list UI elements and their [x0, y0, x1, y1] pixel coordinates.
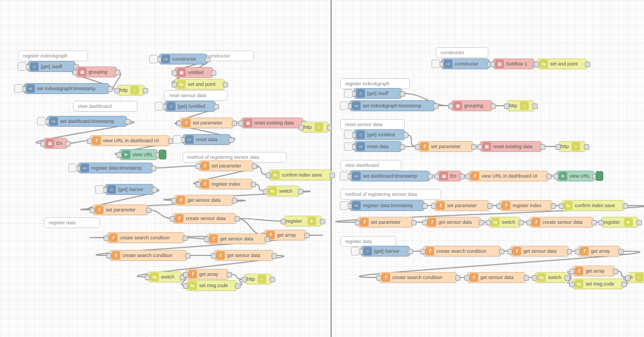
flow-node-r_set_param3[interactable]: set parameter: [357, 217, 413, 228]
input-port[interactable]: [464, 275, 470, 281]
flow-node-r_csc1[interactable]: create search condition: [423, 246, 501, 257]
output-port[interactable]: [524, 275, 529, 281]
input-port[interactable]: [177, 121, 182, 126]
output-port[interactable]: [214, 104, 219, 109]
output-port[interactable]: [487, 203, 493, 209]
output-port[interactable]: [152, 187, 157, 193]
output-port[interactable]: [143, 88, 148, 93]
input-port[interactable]: [465, 174, 471, 179]
output-port[interactable]: [251, 182, 256, 187]
flow-node-r_switch1[interactable]: switch: [488, 217, 521, 228]
output-port[interactable]: [565, 275, 570, 281]
input-port[interactable]: [434, 174, 440, 179]
flow-node-r_get_array1[interactable]: get array: [577, 246, 620, 257]
flow-node-l_http1[interactable]: http: [117, 85, 145, 96]
inject-trigger[interactable]: [95, 185, 104, 194]
input-port[interactable]: [90, 208, 95, 213]
inject-trigger[interactable]: [68, 164, 77, 172]
flow-node-l_csc1[interactable]: create search condition: [106, 232, 185, 243]
input-port[interactable]: [183, 283, 188, 289]
flow-node-r_set_index[interactable]: set index&graph:timestamp: [349, 100, 435, 111]
flow-node-l_http3[interactable]: http: [244, 274, 272, 284]
input-port[interactable]: [172, 82, 177, 87]
output-port[interactable]: [298, 189, 303, 194]
flow-node-l_get_sensor2[interactable]: get sensor data: [207, 233, 267, 244]
input-port[interactable]: [555, 144, 561, 150]
inject-trigger[interactable]: [155, 102, 163, 111]
output-port[interactable]: [235, 283, 240, 289]
flow-node-r_constructor[interactable]: constructor: [441, 58, 489, 69]
input-port[interactable]: [625, 275, 631, 281]
flow-node-r_set_param2[interactable]: set parameter: [434, 200, 489, 211]
inject-trigger[interactable]: [14, 84, 23, 93]
flow-node-l_get_array2[interactable]: get array: [186, 269, 229, 280]
input-port[interactable]: [448, 104, 453, 109]
input-port[interactable]: [211, 253, 216, 259]
comment-node[interactable]: register data: [340, 236, 396, 247]
input-port[interactable]: [72, 70, 78, 75]
flow-node-l_view_url_ui[interactable]: view URL in dashboard UI: [90, 135, 170, 146]
output-port[interactable]: [479, 220, 484, 225]
input-port[interactable]: [376, 275, 382, 281]
input-port[interactable]: [266, 173, 271, 178]
flow-node-l_set_param1[interactable]: set parameter: [179, 118, 234, 128]
output-port[interactable]: [270, 277, 275, 282]
flow-node-r_get_array2[interactable]: get array: [572, 266, 615, 276]
flow-node-r_reset_exist[interactable]: reset existing data: [480, 141, 542, 152]
output-port[interactable]: [182, 236, 188, 241]
input-port[interactable]: [420, 249, 426, 254]
output-port[interactable]: [499, 249, 504, 254]
output-port[interactable]: [252, 164, 257, 169]
flow-node-l_grouping[interactable]: grouping: [75, 67, 117, 77]
output-port[interactable]: [107, 86, 113, 92]
output-port[interactable]: [422, 203, 428, 209]
flow-node-r_view_url_ui[interactable]: view URL in dashboard UI: [468, 171, 548, 181]
input-port[interactable]: [507, 249, 513, 254]
flow-node-l_register_y[interactable]: register: [283, 216, 322, 226]
flow-node-l_switch1[interactable]: switch: [266, 186, 300, 196]
output-port[interactable]: [320, 219, 325, 224]
input-port[interactable]: [263, 189, 268, 194]
flow-node-r_register_y[interactable]: register: [601, 217, 639, 228]
inject-trigger[interactable]: [344, 89, 353, 98]
output-port[interactable]: [546, 174, 552, 179]
output-port[interactable]: [428, 174, 433, 179]
comment-node[interactable]: reset sensor data: [164, 90, 228, 101]
output-port[interactable]: [403, 133, 408, 138]
flow-node-r_view_url[interactable]: view URL: [556, 171, 595, 181]
output-port[interactable]: [411, 220, 416, 225]
comment-node[interactable]: register index&graph: [18, 50, 88, 61]
flow-node-l_get_server[interactable]: [get] /server: [105, 184, 154, 195]
input-port[interactable]: [298, 125, 304, 130]
output-port[interactable]: [623, 203, 628, 209]
inject-trigger[interactable]: [344, 130, 353, 139]
flow-node-l_set_param3[interactable]: set parameter: [92, 204, 148, 215]
output-port[interactable]: [168, 138, 173, 144]
flow-node-l_reg_index[interactable]: register index: [198, 179, 253, 189]
input-port[interactable]: [477, 144, 482, 150]
output-port[interactable]: [585, 62, 590, 67]
flow-node-r_get_server[interactable]: [get] /server: [361, 246, 410, 257]
flow-node-r_switch2[interactable]: switch: [535, 272, 567, 283]
flow-node-r_get_sensor1[interactable]: get sensor data: [425, 217, 481, 228]
output-port[interactable]: [330, 173, 335, 178]
flow-node-r_get_untitled[interactable]: [get] /untitled: [354, 129, 405, 140]
input-port[interactable]: [195, 182, 201, 187]
input-port[interactable]: [526, 220, 532, 225]
input-port[interactable]: [422, 220, 428, 225]
flow-node-l_view_url[interactable]: view URL: [119, 149, 158, 160]
inject-trigger[interactable]: [18, 62, 26, 71]
input-port[interactable]: [534, 62, 539, 67]
flow-node-r_reset_data[interactable]: reset data: [354, 141, 402, 152]
flow-node-l_get_sensor3[interactable]: get sensor data: [214, 250, 274, 261]
flow-node-l_get_untitled[interactable]: [get] /untitled: [164, 101, 216, 112]
inject-trigger[interactable]: [340, 101, 348, 110]
output-port[interactable]: [400, 144, 405, 150]
flow-node-l_constructor[interactable]: constructor: [159, 54, 207, 64]
output-port[interactable]: [146, 208, 151, 213]
input-port[interactable]: [559, 203, 564, 209]
output-port[interactable]: [491, 104, 496, 109]
flow-node-l_untitled[interactable]: untitled: [174, 67, 213, 78]
inject-trigger[interactable]: [340, 201, 348, 210]
output-port[interactable]: [115, 70, 120, 75]
